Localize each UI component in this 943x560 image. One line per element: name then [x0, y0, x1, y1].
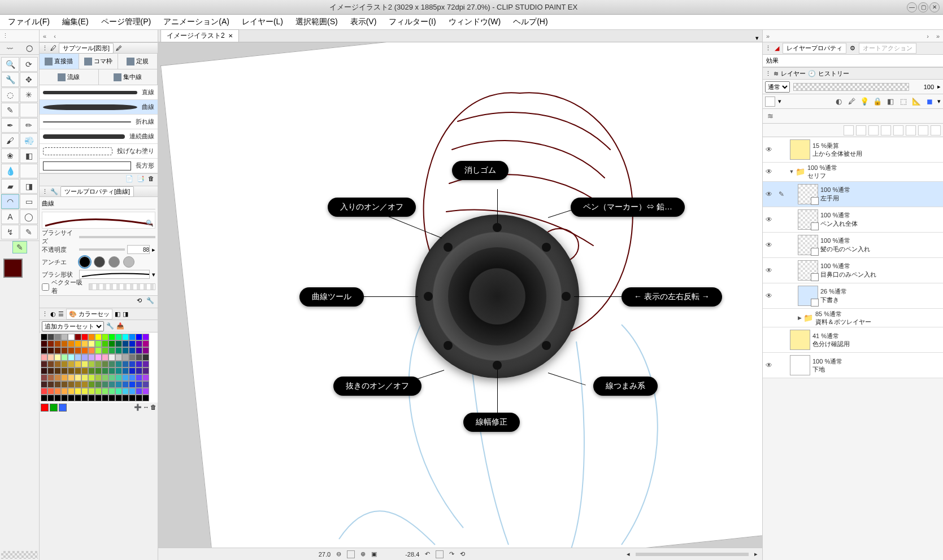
maximize-button[interactable]: ▢	[918, 2, 928, 12]
swatch[interactable]	[54, 354, 61, 361]
merge-down-icon[interactable]	[893, 125, 903, 135]
layers-all-icon[interactable]: ≋	[765, 111, 775, 121]
opacity-slider[interactable]	[79, 248, 125, 251]
tool-marquee[interactable]: ◌	[1, 88, 19, 102]
layer-folder[interactable]: ▶📁85 %通常資料＆ボツレイヤー	[763, 309, 943, 328]
swatch[interactable]	[142, 354, 149, 361]
new-vector-layer-icon[interactable]	[856, 125, 866, 135]
swatch[interactable]	[54, 347, 61, 354]
layer-item[interactable]: 41 %通常色分け確認用	[763, 327, 943, 353]
zoom-value[interactable]: 27.0	[319, 551, 331, 558]
brush-size-slider[interactable]	[79, 236, 155, 238]
subtool-new-icon[interactable]: 📄	[125, 175, 133, 185]
layer-item[interactable]: 👁26 %通常下書き	[763, 283, 943, 309]
swatch[interactable]	[88, 334, 95, 340]
new-folder-icon[interactable]	[868, 125, 879, 135]
tool-airbrush[interactable]: 💨	[20, 133, 38, 148]
menu-window[interactable]: ウィンドウ(W)	[449, 17, 501, 27]
toolprop-reset-icon[interactable]: ⟲	[137, 297, 142, 307]
timeline-slider[interactable]	[636, 553, 749, 556]
swatch[interactable]	[61, 334, 68, 340]
swatch[interactable]	[102, 388, 108, 395]
transparent-swatch[interactable]	[1, 551, 38, 559]
visibility-icon[interactable]: 👁	[763, 146, 775, 154]
swatch[interactable]	[142, 368, 149, 374]
colorset-tab[interactable]: 🎨 カラーセッ	[66, 309, 112, 320]
layer-item[interactable]: 👁✎100 %通常左手用	[763, 182, 943, 207]
menu-layer[interactable]: レイヤー(L)	[242, 17, 283, 27]
radial-node-bl[interactable]	[444, 341, 453, 350]
swatch[interactable]	[54, 381, 61, 388]
timeline-next-icon[interactable]: ▸	[754, 550, 758, 558]
collapse-left-icon[interactable]: «	[40, 33, 50, 40]
subtool-tab-direct[interactable]: 直接描	[40, 54, 79, 69]
swatch[interactable]	[108, 368, 115, 374]
mask-icon[interactable]	[906, 125, 916, 135]
foreground-color[interactable]	[3, 259, 23, 278]
stroke-lasso-fill[interactable]: 投げなわ塗り	[40, 144, 158, 159]
swatch[interactable]	[108, 388, 115, 395]
swatch[interactable]	[95, 361, 102, 368]
subtool-tab-focus[interactable]: 集中線	[99, 69, 158, 85]
tool-move-layer[interactable]: ✥	[20, 72, 38, 87]
swatch[interactable]	[41, 334, 47, 340]
expand-right-icon[interactable]: »	[933, 33, 943, 40]
swatch[interactable]	[108, 395, 115, 401]
swatch[interactable]	[54, 361, 61, 368]
layer-item[interactable]: 👁100 %通常髪の毛のペン入れ	[763, 233, 943, 258]
swatch[interactable]	[95, 334, 102, 340]
visibility-icon[interactable]: 👁	[763, 266, 775, 274]
swatch[interactable]	[136, 381, 142, 388]
toolprop-title[interactable]: ツールプロパティ[曲線]	[60, 186, 134, 197]
swatch[interactable]	[129, 388, 136, 395]
lock-icon[interactable]: 🔒	[872, 97, 883, 107]
swatch[interactable]	[115, 334, 122, 340]
colorwheel-icon[interactable]: ◐	[50, 310, 56, 318]
opacity-bar[interactable]	[793, 83, 909, 91]
tool-blend[interactable]: 💧	[1, 164, 19, 178]
swatch[interactable]	[47, 395, 54, 401]
tool-text[interactable]: A	[1, 209, 19, 224]
swatch[interactable]	[47, 368, 54, 374]
swatch[interactable]	[95, 340, 102, 347]
panel-extra-tab[interactable]: 🖉	[116, 45, 122, 51]
mask-enable-icon[interactable]: ◧	[885, 97, 896, 107]
tool-pen[interactable]: ✒	[1, 118, 19, 133]
ruler-show-icon[interactable]: 📐	[911, 97, 922, 107]
swatch[interactable]	[129, 347, 136, 354]
panel-menu-icon[interactable]: ⋮	[765, 70, 771, 77]
swatch[interactable]	[136, 368, 142, 374]
swatch[interactable]	[108, 340, 115, 347]
swatch[interactable]	[115, 368, 122, 374]
swatch[interactable]	[102, 354, 108, 361]
history-tab[interactable]: ヒストリー	[818, 69, 849, 78]
layer-item[interactable]: 👁100 %通常目鼻口のみペン入れ	[763, 258, 943, 283]
rotate-reset-icon[interactable]: ⟲	[460, 550, 465, 558]
radial-node-br[interactable]	[542, 341, 551, 350]
panel-menu-icon[interactable]: ⋮	[42, 188, 48, 195]
swatch[interactable]	[129, 354, 136, 361]
swatch[interactable]	[81, 361, 88, 368]
swatch[interactable]	[95, 368, 102, 374]
swatch[interactable]	[102, 374, 108, 381]
swatch[interactable]	[75, 388, 81, 395]
subtool-tab-ruler[interactable]: 定規	[118, 54, 158, 69]
swatch[interactable]	[142, 374, 149, 381]
canvas-tab-close-icon[interactable]: ✕	[228, 33, 233, 39]
swatch[interactable]	[115, 388, 122, 395]
colorset-edit-icon[interactable]: 🔧	[106, 322, 114, 330]
swatch[interactable]	[81, 368, 88, 374]
swatch[interactable]	[54, 395, 61, 401]
clip-icon[interactable]: 🖉	[846, 97, 857, 107]
palette-add-icon[interactable]: ➕	[134, 404, 142, 412]
zoom-slider[interactable]	[347, 550, 355, 558]
swatch[interactable]	[75, 381, 81, 388]
swatch[interactable]	[129, 374, 136, 381]
visibility-icon[interactable]: 👁	[763, 241, 775, 249]
layer-folder[interactable]: 👁▼📁100 %通常セリフ	[763, 163, 943, 182]
swatch[interactable]	[68, 334, 75, 340]
menu-selection[interactable]: 選択範囲(S)	[295, 17, 338, 27]
swatch[interactable]	[142, 388, 149, 395]
swatch[interactable]	[81, 381, 88, 388]
swatch[interactable]	[41, 381, 47, 388]
